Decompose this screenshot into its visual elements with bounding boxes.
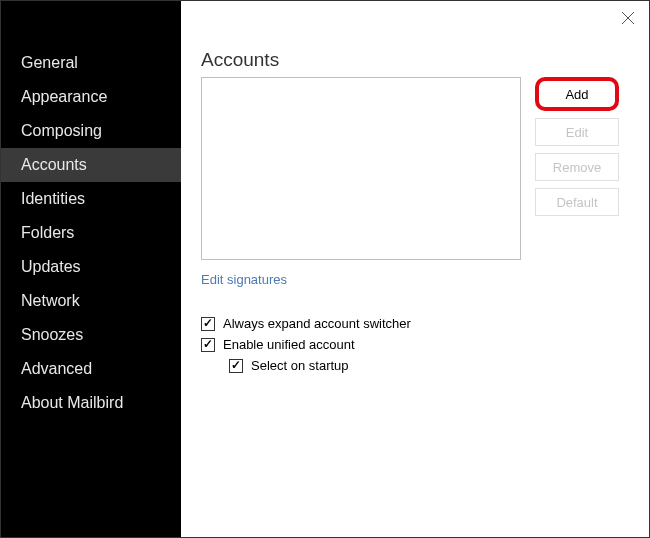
label-select-on-startup: Select on startup [251, 358, 349, 373]
settings-sidebar: General Appearance Composing Accounts Id… [1, 1, 181, 537]
remove-button[interactable]: Remove [535, 153, 619, 181]
close-button[interactable] [621, 11, 635, 25]
sidebar-item-folders[interactable]: Folders [1, 216, 181, 250]
label-always-expand: Always expand account switcher [223, 316, 411, 331]
account-options: Always expand account switcher Enable un… [201, 316, 619, 373]
sidebar-item-snoozes[interactable]: Snoozes [1, 318, 181, 352]
sidebar-item-accounts[interactable]: Accounts [1, 148, 181, 182]
sidebar-item-advanced[interactable]: Advanced [1, 352, 181, 386]
add-button[interactable]: Add [535, 77, 619, 111]
sidebar-item-updates[interactable]: Updates [1, 250, 181, 284]
main-panel: Accounts Add Edit Remove Default Edit si… [181, 1, 649, 537]
sidebar-item-general[interactable]: General [1, 46, 181, 80]
edit-signatures-link[interactable]: Edit signatures [201, 272, 287, 287]
sidebar-item-composing[interactable]: Composing [1, 114, 181, 148]
sidebar-item-appearance[interactable]: Appearance [1, 80, 181, 114]
accounts-listbox[interactable] [201, 77, 521, 260]
default-button[interactable]: Default [535, 188, 619, 216]
label-enable-unified: Enable unified account [223, 337, 355, 352]
account-buttons: Add Edit Remove Default [535, 77, 619, 216]
checkbox-always-expand[interactable] [201, 317, 215, 331]
sidebar-item-about[interactable]: About Mailbird [1, 386, 181, 420]
page-title: Accounts [201, 49, 619, 71]
sidebar-item-network[interactable]: Network [1, 284, 181, 318]
edit-button[interactable]: Edit [535, 118, 619, 146]
close-icon [621, 11, 635, 25]
sidebar-item-identities[interactable]: Identities [1, 182, 181, 216]
checkbox-enable-unified[interactable] [201, 338, 215, 352]
checkbox-select-on-startup[interactable] [229, 359, 243, 373]
